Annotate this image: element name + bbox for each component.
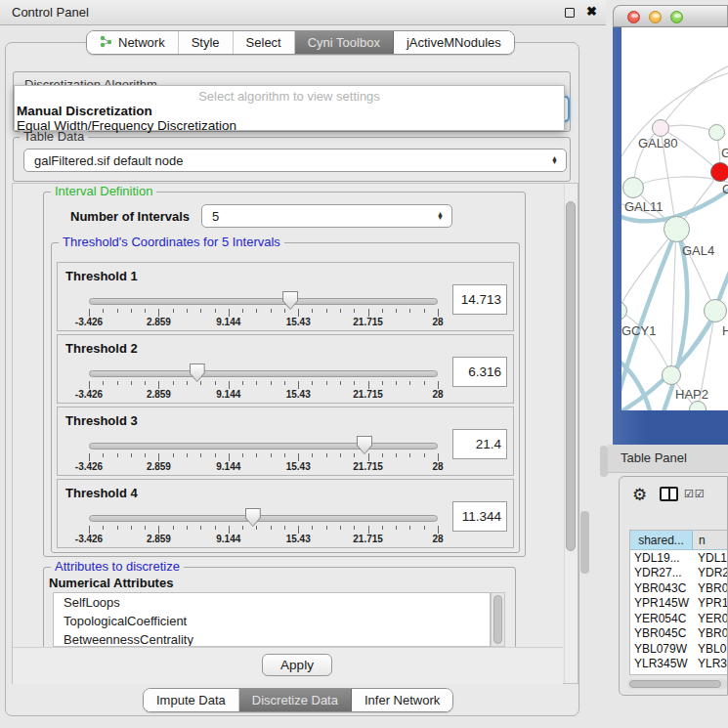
control-panel-titlebar — [0, 0, 606, 25]
columns-icon[interactable] — [660, 487, 678, 501]
number-of-intervals-value: 5 — [202, 209, 437, 224]
float-window-icon[interactable] — [565, 8, 575, 18]
algorithm-placeholder: Select algorithm to view settings — [15, 86, 564, 104]
gear-icon[interactable]: ⚙ — [632, 485, 647, 505]
threshold-1-value-field[interactable]: 14.713 — [452, 284, 507, 315]
threshold-3-card: Threshold 3 -3.4262.8599.14415.4321.7152… — [57, 407, 514, 476]
network-node[interactable] — [662, 365, 681, 385]
tab-discretize-data[interactable]: Discretize Data — [239, 689, 352, 711]
network-canvas[interactable]: GAL80 G C GAL11 GAL4 GCY1 H HAP2 — [621, 27, 728, 410]
threshold-3-slider-thumb[interactable] — [357, 436, 372, 454]
node-label: HAP2 — [675, 387, 708, 402]
thresholds-group-label: Threshold's Coordinates for 5 Intervals — [59, 236, 284, 249]
threshold-4-slider-thumb[interactable] — [245, 508, 261, 527]
table-row[interactable]: YBR045CYBR0 — [630, 626, 728, 642]
threshold-1-card: Threshold 1 -3.4262.8599.14415.4321.7152… — [57, 262, 514, 331]
tab-network-label: Network — [118, 35, 165, 50]
interval-definition-group-label: Interval Definition — [51, 185, 156, 198]
slider-tick-labels: -3.4262.8599.14415.4321.71528 — [89, 389, 438, 401]
divider-scrollbar-thumb[interactable] — [600, 446, 608, 477]
network-node[interactable] — [664, 216, 690, 242]
network-window-titlebar[interactable] — [613, 5, 728, 27]
table-row[interactable]: YDR27...YDR2 — [630, 566, 728, 581]
node-label: GAL4 — [682, 243, 714, 258]
algorithm-option-manual[interactable]: Manual Discretization — [15, 104, 564, 118]
table-row[interactable]: YBL079WYBL0 — [630, 641, 728, 657]
table-data-combobox-value: galFiltered.sif default node — [24, 153, 551, 168]
threshold-2-value-field[interactable]: 6.316 — [452, 357, 507, 387]
tab-impute-data[interactable]: Impute Data — [144, 689, 239, 711]
table-row[interactable]: YDL19...YDL1 — [630, 550, 728, 566]
number-of-intervals-spinner[interactable]: 5 ▲▼ — [201, 204, 452, 228]
slider-ticks — [89, 381, 438, 389]
spinner-arrows-icon: ▲▼ — [437, 212, 451, 221]
close-icon[interactable]: ✖ — [586, 4, 597, 19]
tab-cyni-toolbox[interactable]: Cyni Toolbox — [295, 31, 394, 54]
slider-tick-labels: -3.4262.8599.14415.4321.71528 — [89, 317, 438, 328]
minimize-traffic-light[interactable] — [649, 11, 662, 23]
table-hscrollbar-track[interactable] — [627, 679, 728, 689]
tab-select[interactable]: Select — [234, 31, 295, 54]
network-view-window: GAL80 G C GAL11 GAL4 GCY1 H HAP2 — [613, 5, 728, 445]
network-node[interactable] — [652, 119, 669, 137]
control-panel-title: Control Panel — [12, 5, 89, 20]
numerical-attributes-list[interactable]: SelfLoops TopologicalCoefficient Between… — [53, 592, 491, 647]
network-node[interactable] — [708, 124, 725, 141]
table-row[interactable]: YER054CYER0 — [630, 611, 728, 626]
table-row[interactable]: YPR145WYPR1 — [630, 596, 728, 612]
tab-jactivemnodules[interactable]: jActiveMNodules — [394, 31, 514, 54]
node-label: C — [722, 182, 728, 196]
number-of-intervals-label: Number of Intervals — [70, 209, 190, 224]
table-panel-title: Table Panel — [621, 450, 687, 465]
table-row[interactable]: YLR345WYLR3 — [630, 657, 728, 672]
attributes-group-label: Attributes to discretize — [51, 560, 184, 574]
tab-network[interactable]: Network — [87, 31, 179, 54]
tab-infer-network[interactable]: Infer Network — [352, 689, 452, 711]
node-label: G — [721, 146, 728, 160]
attributes-scrollbar-thumb[interactable] — [493, 595, 502, 644]
threshold-3-value-field[interactable]: 21.4 — [452, 429, 507, 459]
node-label: H — [722, 323, 728, 338]
table-panel: ⚙ ☑☑ shared... n YDL19...YDL1 YDR27...YD… — [619, 476, 728, 696]
table-data-combobox[interactable]: galFiltered.sif default node ▲▼ — [23, 149, 567, 172]
combo-arrows-icon: ▲▼ — [551, 156, 566, 165]
threshold-1-slider-thumb[interactable] — [282, 291, 298, 310]
table-hscrollbar-thumb[interactable] — [629, 680, 721, 688]
node-attribute-table: shared... n YDL19...YDL1 YDR27...YDR2 YB… — [629, 530, 728, 675]
apply-button[interactable]: Apply — [262, 654, 332, 676]
divider-scrollbar-thumb[interactable] — [580, 511, 589, 574]
threshold-2-slider-thumb[interactable] — [190, 364, 205, 382]
algorithm-dropdown-popup: Select algorithm to view settings Manual… — [14, 85, 565, 131]
slider-ticks — [89, 453, 438, 461]
slider-ticks — [89, 309, 438, 317]
column-header-name[interactable]: n — [693, 531, 728, 549]
zoom-traffic-light[interactable] — [670, 11, 683, 23]
tab-style[interactable]: Style — [179, 31, 234, 54]
attributes-scrollbar-track[interactable] — [491, 592, 505, 647]
network-node[interactable] — [704, 299, 727, 322]
slider-tick-labels: -3.4262.8599.14415.4321.71528 — [89, 534, 438, 545]
table-row[interactable]: YIL052CYIL0 — [630, 671, 728, 675]
threshold-2-card: Threshold 2 -3.4262.8599.14415.4321.7152… — [57, 334, 514, 404]
network-node[interactable] — [622, 177, 644, 198]
bottom-tab-bar: Impute Data Discretize Data Infer Networ… — [143, 688, 453, 712]
list-item[interactable]: TopologicalCoefficient — [54, 612, 490, 630]
checkbox-icons[interactable]: ☑☑ — [684, 488, 706, 500]
column-header-shared[interactable]: shared... — [630, 531, 693, 549]
numerical-attributes-label: Numerical Attributes — [49, 576, 173, 590]
threshold-4-value-field[interactable]: 11.344 — [452, 501, 507, 532]
settings-scrollbar-thumb[interactable] — [566, 201, 576, 551]
network-node-selected[interactable] — [710, 162, 728, 182]
threshold-4-card: Threshold 4 -3.4262.8599.14415.4321.7152… — [57, 479, 514, 548]
slider-ticks — [89, 526, 438, 534]
close-traffic-light[interactable] — [627, 11, 640, 23]
top-tab-bar: Network Style Select Cyni Toolbox jActiv… — [86, 30, 515, 55]
network-icon — [100, 35, 112, 51]
node-label: GCY1 — [621, 323, 656, 338]
node-label: GAL80 — [638, 136, 677, 150]
slider-tick-labels: -3.4262.8599.14415.4321.71528 — [89, 461, 438, 473]
list-item[interactable]: BetweennessCentrality — [54, 630, 490, 647]
list-item[interactable]: SelfLoops — [54, 593, 490, 612]
table-row[interactable]: YBR043CYBR0 — [630, 580, 728, 596]
algorithm-option-equal-width[interactable]: Equal Width/Frequency Discretization — [15, 118, 564, 133]
